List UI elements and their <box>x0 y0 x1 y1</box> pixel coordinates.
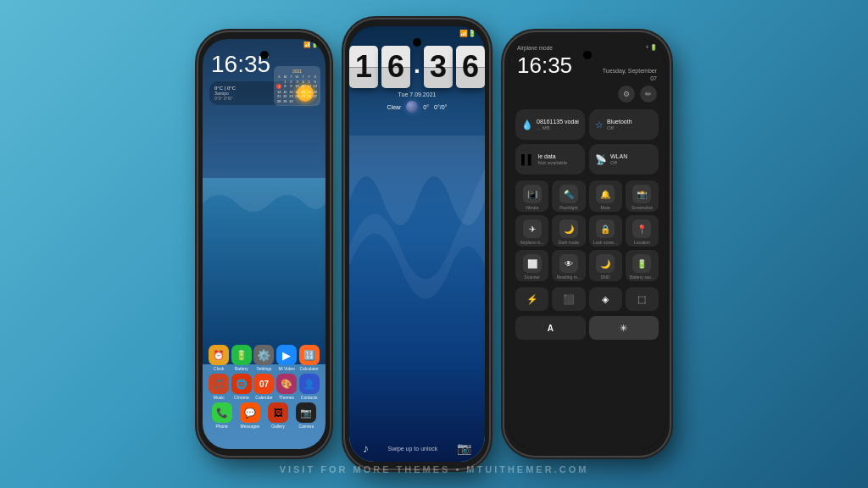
flip-min-2: 6 <box>456 46 485 88</box>
app-icon-battery[interactable]: 🔋 Battery <box>231 345 252 371</box>
mobile-data-icon: ▌▌ <box>521 154 535 164</box>
app-icon-phone[interactable]: 📞 Phone <box>212 402 232 429</box>
cc-text-row: A ✳ <box>509 313 665 342</box>
flip-min-1: 3 <box>424 46 453 88</box>
phone-3-bg: Airplane mode + 🔋 16:35 Tuesday, Septemb… <box>509 39 665 449</box>
app-icon-themes[interactable]: 🎨 Themes <box>276 374 297 400</box>
cc-btn-scanner[interactable]: ⬜ Scanner <box>515 250 548 281</box>
screenshot-icon: 📸 <box>632 185 651 203</box>
app-icon-chrome[interactable]: 🌐 Chrome <box>231 374 252 400</box>
p1-app-row-1: ⏰ Clock 🔋 Battery ⚙️ Settings ▶ Mi Video <box>208 345 320 371</box>
phones-container: 📶🔋 16:35 2021 S M T W T F S 1 <box>0 0 868 488</box>
app-icon-calendar[interactable]: 07 Calendar <box>253 374 274 400</box>
cc-btn-reading[interactable]: 👁 Reading m... <box>552 250 585 281</box>
phone-3: Airplane mode + 🔋 16:35 Tuesday, Septemb… <box>504 32 670 456</box>
phone-1-camera <box>260 51 269 59</box>
cc-btn-mute[interactable]: 🔔 Mute <box>589 180 622 212</box>
wlan-icon: 📡 <box>595 154 607 165</box>
p1-wave <box>203 178 326 364</box>
p3-time: 16:35 <box>517 53 572 79</box>
cal-today: 7 <box>276 84 281 89</box>
app-icon-contacts[interactable]: 👤 Contacts <box>299 374 320 400</box>
p2-temp-range: 0°/0° <box>434 104 447 110</box>
cc-buttons-row1: 📳 Vibrate 🔦 Flashlight 🔔 Mute 📸 Screensh… <box>509 180 665 212</box>
cc-tiles: 💧 08161135 vodai ... MB ☆ Bluetoo <box>509 106 665 178</box>
p2-weather-label: Clear <box>387 104 402 110</box>
flip-clock: 1 6 . 3 6 <box>349 41 485 90</box>
cc-btn-dnd[interactable]: 🌙 DND <box>589 250 622 281</box>
p2-music-icon: ♪ <box>363 441 369 455</box>
dnd-icon: 🌙 <box>596 254 615 273</box>
cc-bottom-row: ⚡ ⬛ ◈ ⬚ <box>509 285 665 313</box>
phone-1: 📶🔋 16:35 2021 S M T W T F S 1 <box>198 32 330 456</box>
flip-hour-2: 6 <box>381 46 410 88</box>
scanner-icon: ⬜ <box>523 254 542 273</box>
cc-btn-grid[interactable]: ⬛ <box>552 287 585 311</box>
p1-app-row-3: 📞 Phone 💬 Messages 🖼 Gallery 📷 Camera <box>208 402 320 429</box>
darkmode-icon: 🌙 <box>559 219 578 238</box>
p3-time-icons: ⚙ ✏ <box>618 86 657 103</box>
cc-tile-data[interactable]: 💧 08161135 vodai ... MB <box>515 109 585 140</box>
app-icon-messages[interactable]: 💬 Messages <box>240 402 260 429</box>
phone-1-bg: 📶🔋 16:35 2021 S M T W T F S 1 <box>203 39 326 449</box>
cc-tile-bluetooth[interactable]: ☆ Bluetooth Off <box>589 109 659 140</box>
app-icon-gallery[interactable]: 🖼 Gallery <box>268 402 288 429</box>
p1-signal: 📶🔋 <box>303 42 319 48</box>
cc-tile-wlan[interactable]: 📡 WLAN Off <box>589 144 659 175</box>
p2-swipe-text: Swipe up to unlock <box>388 446 438 452</box>
cc-btn-text-size[interactable]: A <box>515 316 586 340</box>
phone-2-camera <box>413 38 421 47</box>
p2-planet-icon <box>406 101 418 113</box>
cc-tile-mobile-data[interactable]: ▌▌ le data Not available <box>515 144 585 175</box>
location-icon: 📍 <box>632 219 651 238</box>
phone-2-screen: 📶🔋 1 6 . 3 6 Tue 7.09.2021 Clear 0° 0°/0… <box>349 26 485 462</box>
bluetooth-icon: ☆ <box>595 119 604 130</box>
p1-status-bar: 📶🔋 <box>203 39 326 51</box>
p3-edit-icon[interactable]: ✏ <box>640 86 657 103</box>
flashlight-icon: 🔦 <box>559 185 578 203</box>
cc-btn-screenshot[interactable]: 📸 Screenshot <box>626 180 659 212</box>
cc-btn-location[interactable]: 📍 Location <box>626 215 659 247</box>
p1-calendar: 2021 S M T W T F S 1 2 3 4 5 <box>274 66 320 106</box>
p3-time-row: 16:35 Tuesday, September 07 ⚙ ✏ <box>509 53 665 106</box>
p3-battery: + 🔋 <box>645 44 657 51</box>
data-icon: 💧 <box>521 119 533 130</box>
p2-bottom-bar: ♪ Swipe up to unlock 📷 <box>349 441 485 455</box>
p2-temp: 0° <box>423 104 429 110</box>
app-icon-settings[interactable]: ⚙️ Settings <box>253 345 274 371</box>
p2-camera-icon: 📷 <box>457 441 471 455</box>
cc-btn-shape[interactable]: ◈ <box>589 287 622 311</box>
mute-icon: 🔔 <box>596 185 615 203</box>
cc-btn-darkmode[interactable]: 🌙 Dark mode <box>552 215 585 247</box>
phone-3-camera <box>583 51 592 59</box>
cc-btn-brightness[interactable]: ✳ <box>589 316 659 340</box>
p1-app-row-2: 🎵 Music 🌐 Chrome 07 Calendar 🎨 Themes <box>208 374 320 400</box>
cc-btn-vibrate[interactable]: 📳 Vibrate <box>515 180 548 212</box>
p2-date: Tue 7.09.2021 <box>349 90 485 99</box>
reading-icon: 👁 <box>559 254 578 273</box>
app-icon-clock[interactable]: ⏰ Clock <box>209 345 229 371</box>
cc-btn-expand[interactable]: ⬚ <box>626 287 659 311</box>
p3-settings-icon[interactable]: ⚙ <box>618 86 635 103</box>
cc-buttons-row3: ⬜ Scanner 👁 Reading m... 🌙 DND 🔋 Battery… <box>509 250 665 281</box>
p2-weather: Clear 0° 0°/0° <box>349 99 485 114</box>
cc-btn-airplane[interactable]: ✈ Airplane m... <box>515 215 548 247</box>
cc-btn-flash[interactable]: ⚡ <box>515 287 548 311</box>
app-icon-camera[interactable]: 📷 Camera <box>296 402 316 429</box>
airplane-icon: ✈ <box>523 219 542 238</box>
cc-buttons-row2: ✈ Airplane m... 🌙 Dark mode 🔒 Lock scree… <box>509 215 665 247</box>
cal-year: 2021 <box>276 69 318 74</box>
flip-colon: . <box>414 52 420 79</box>
cc-btn-battery-saver[interactable]: 🔋 Battery sav... <box>626 250 659 281</box>
cc-btn-flashlight[interactable]: 🔦 Flashlight <box>552 180 585 212</box>
app-icon-music[interactable]: 🎵 Music <box>209 374 229 400</box>
cc-btn-lockscreen[interactable]: 🔒 Lock scree... <box>589 215 622 247</box>
flip-hour-1: 1 <box>349 46 378 88</box>
p2-wave-bg <box>349 136 485 463</box>
p3-airplane-label: Airplane mode <box>517 45 553 51</box>
p3-date: Tuesday, September 07 <box>603 67 657 82</box>
app-icon-calc[interactable]: 🔢 Calculator <box>299 345 320 371</box>
app-icon-video[interactable]: ▶ Mi Video <box>276 345 297 371</box>
vibrate-icon: 📳 <box>523 185 542 203</box>
phone-2-bg: 📶🔋 1 6 . 3 6 Tue 7.09.2021 Clear 0° 0°/0… <box>349 26 485 462</box>
